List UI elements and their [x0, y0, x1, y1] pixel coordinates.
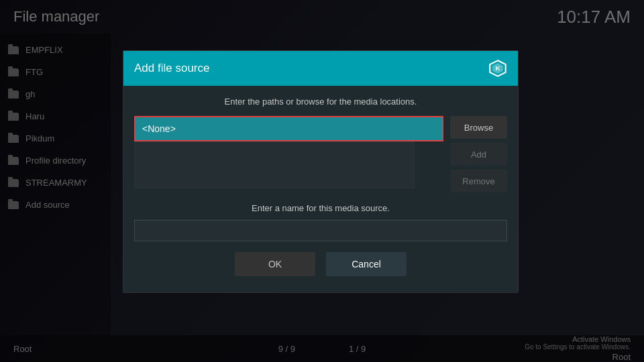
dialog-body: Enter the paths or browse for the media … — [123, 86, 518, 292]
dialog-header: Add file source K — [123, 51, 518, 86]
add-file-source-dialog: Add file source K Enter the paths or bro… — [123, 50, 519, 293]
action-buttons: Browse Add Remove — [450, 116, 507, 198]
name-instruction: Enter a name for this media source. — [134, 203, 507, 213]
path-instruction: Enter the paths or browse for the media … — [134, 97, 507, 107]
path-input-row: Browse Add Remove — [134, 116, 507, 198]
svg-text:K: K — [496, 65, 500, 72]
path-list — [134, 141, 415, 188]
ok-button[interactable]: OK — [235, 252, 315, 276]
kodi-logo-icon: K — [488, 59, 507, 78]
path-input-wrapper — [134, 116, 443, 198]
remove-button[interactable]: Remove — [450, 170, 507, 192]
browse-button[interactable]: Browse — [450, 116, 507, 139]
path-input[interactable] — [134, 116, 443, 141]
dialog-footer: OK Cancel — [134, 252, 507, 279]
name-input[interactable] — [134, 220, 507, 241]
name-section: Enter a name for this media source. — [134, 203, 507, 252]
cancel-button[interactable]: Cancel — [326, 252, 407, 276]
add-button[interactable]: Add — [450, 143, 507, 166]
dialog-title: Add file source — [134, 62, 209, 75]
